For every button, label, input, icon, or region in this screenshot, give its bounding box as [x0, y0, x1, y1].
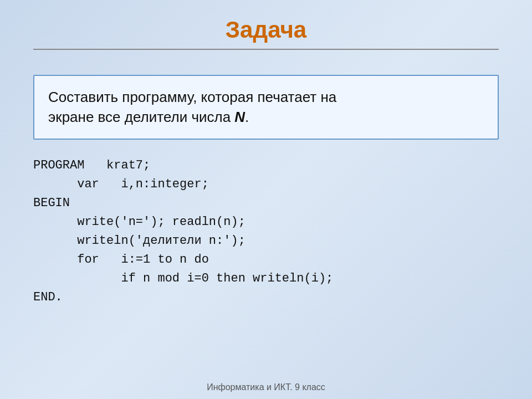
code-line-2: var i,n:integer; — [33, 175, 499, 194]
page-title: Задача — [33, 17, 499, 43]
code-line-4: write('n='); readln(n); — [33, 213, 499, 232]
code-line-3: BEGIN — [33, 194, 499, 213]
code-line-1: PROGRAM krat7; — [33, 156, 499, 175]
slide: Задача Составить программу, которая печа… — [0, 0, 532, 399]
code-section: PROGRAM krat7; var i,n:integer; BEGIN wr… — [33, 156, 499, 308]
title-section: Задача — [33, 17, 499, 64]
task-n-label: N — [234, 109, 245, 125]
task-period: . — [245, 109, 249, 125]
title-underline — [33, 49, 499, 50]
code-line-5: writeln('делители n:'); — [33, 232, 499, 250]
code-line-6: for i:=1 to n do — [33, 250, 499, 269]
code-line-8: END. — [33, 288, 499, 307]
task-text: Составить программу, которая печатает на… — [48, 87, 484, 127]
task-box: Составить программу, которая печатает на… — [33, 75, 499, 140]
code-line-7: if n mod i=0 then writeln(i); — [33, 269, 499, 288]
task-line1: Составить программу, которая печатает на — [48, 89, 336, 105]
footer: Информатика и ИКТ. 9 класс — [207, 382, 325, 392]
task-line2: экране все делители числа — [48, 109, 234, 125]
